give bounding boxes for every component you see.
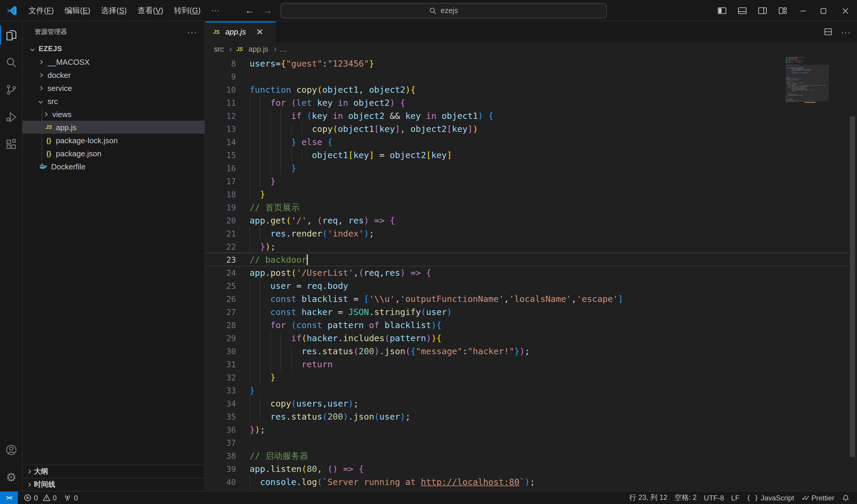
sidebar-section-时间线[interactable]: 时间线 <box>22 478 204 491</box>
code-line-37[interactable]: 37 <box>206 436 857 449</box>
run-debug-icon[interactable] <box>0 103 22 131</box>
code-line-8[interactable]: 8users={"guest":"123456"} <box>206 57 857 70</box>
code-line-26[interactable]: 26 const blacklist = ['\\u','outputFunct… <box>206 292 857 305</box>
code-line-31[interactable]: 31 return <box>206 357 857 371</box>
remote-indicator[interactable]: >< <box>0 491 18 504</box>
tab-close-icon[interactable]: ✕ <box>256 27 263 37</box>
explorer-icon[interactable] <box>0 21 22 49</box>
line-number: 13 <box>206 122 236 135</box>
notifications-bell[interactable] <box>838 491 854 504</box>
minimize-button[interactable] <box>793 0 813 21</box>
code-line-21[interactable]: 21 res.render('index'); <box>206 227 857 240</box>
code-line-24[interactable]: 24app.post('/UserList',(req,res) => { <box>206 266 857 279</box>
code-line-17[interactable]: 17 } <box>206 174 857 187</box>
code-line-25[interactable]: 25 user = req.body <box>206 279 857 292</box>
breadcrumb-item[interactable]: src <box>214 46 224 54</box>
code-line-text: users={"guest":"123456"} <box>250 57 374 70</box>
toggle-sidebar-button[interactable] <box>712 0 732 21</box>
code-line-34[interactable]: 34 copy(users,user); <box>206 397 857 410</box>
navigate-back-icon[interactable]: ← <box>245 5 254 16</box>
tree-item-dockerfile[interactable]: Dockerfile <box>22 160 204 173</box>
indent-guide <box>250 410 250 423</box>
indent-guide <box>250 397 250 410</box>
code-line-32[interactable]: 32 } <box>206 371 857 384</box>
code-line-15[interactable]: 15 object1[key] = object2[key] <box>206 148 857 161</box>
toggle-panel-button[interactable] <box>732 0 752 21</box>
code-line-27[interactable]: 27 const hacker = JSON.stringify(user) <box>206 305 857 318</box>
indent-guide <box>250 187 250 201</box>
minimap-viewport[interactable] <box>786 65 829 102</box>
split-editor-icon[interactable] <box>824 27 833 36</box>
code-line-23[interactable]: 23// backdoor <box>206 253 857 266</box>
tree-root-ezejs[interactable]: EZEJS <box>22 42 204 55</box>
tree-item-package-lock-json[interactable]: {}package-lock.json <box>22 134 204 147</box>
code-line-20[interactable]: 20app.get('/', (req, res) => { <box>206 214 857 227</box>
tree-item-docker[interactable]: docker <box>22 68 204 81</box>
sidebar-section-大纲[interactable]: 大纲 <box>22 465 204 478</box>
accounts-icon[interactable] <box>0 436 22 464</box>
language-mode-status[interactable]: { } JavaScript <box>743 491 798 504</box>
tree-item-src[interactable]: src <box>22 95 204 107</box>
code-line-12[interactable]: 12 if (key in object2 && key in object1)… <box>206 109 857 122</box>
navigate-forward-icon[interactable]: → <box>263 5 272 16</box>
cursor-position-status[interactable]: 行 23, 列 12 <box>626 491 671 504</box>
code-line-35[interactable]: 35 res.status(200).json(user); <box>206 410 857 423</box>
eol-status[interactable]: LF <box>728 491 743 504</box>
menu-item[interactable]: 文件(F) <box>23 3 59 18</box>
code-line-36[interactable]: 36}); <box>206 423 857 436</box>
menu-item[interactable]: 选择(S) <box>96 3 132 18</box>
code-line-16[interactable]: 16 } <box>206 161 857 174</box>
code-line-text: if(hacker.includes(pattern)){ <box>250 331 441 345</box>
tree-item--macosx[interactable]: __MACOSX <box>22 55 204 68</box>
extensions-icon[interactable] <box>0 131 22 158</box>
tree-item-app-js[interactable]: JSapp.js <box>22 121 204 134</box>
code-line-10[interactable]: 10function copy(object1, object2){ <box>206 83 857 96</box>
search-sidebar-icon[interactable] <box>0 49 22 76</box>
formatter-status[interactable]: ✓✓ Prettier <box>797 491 838 504</box>
indent-guide <box>260 410 261 423</box>
code-line-19[interactable]: 19// 首页展示 <box>206 201 857 214</box>
code-line-40[interactable]: 40 console.log(`Server running at http:/… <box>206 475 857 488</box>
menu-bar: 文件(F)编辑(E)选择(S)查看(V)转到(G)··· <box>23 0 224 21</box>
breadcrumb-item[interactable]: … <box>279 46 287 54</box>
breadcrumb-item[interactable]: app.js <box>248 46 268 54</box>
tree-item-package-json[interactable]: {}package.json <box>22 147 204 160</box>
search-input[interactable]: ezejs <box>281 3 607 18</box>
tree-item-service[interactable]: service <box>22 81 204 95</box>
ports-status[interactable]: 0 <box>60 491 81 504</box>
problems-status[interactable]: 0 0 <box>20 491 60 504</box>
menu-item[interactable]: 查看(V) <box>132 3 169 18</box>
menu-item[interactable]: 转到(G) <box>168 3 206 18</box>
code-line-18[interactable]: 18 } <box>206 187 857 201</box>
maximize-button[interactable] <box>813 0 833 21</box>
code-line-11[interactable]: 11 for (let key in object2) { <box>206 96 857 109</box>
code-line-13[interactable]: 13 copy(object1[key], object2[key]) <box>206 122 857 135</box>
code-line-9[interactable]: 9 <box>206 70 857 83</box>
code-line-29[interactable]: 29 if(hacker.includes(pattern)){ <box>206 331 857 345</box>
code-line-33[interactable]: 33} <box>206 384 857 397</box>
code-line-30[interactable]: 30 res.status(200).json({"message":"hack… <box>206 345 857 357</box>
js-file-icon: JS <box>212 29 221 35</box>
tab-appjs[interactable]: JS app.js ✕ <box>206 21 276 42</box>
vertical-scrollbar[interactable] <box>850 117 855 457</box>
close-button[interactable] <box>833 0 857 21</box>
code-line-14[interactable]: 14 } else { <box>206 135 857 148</box>
indentation-status[interactable]: 空格: 2 <box>671 491 701 504</box>
toggle-secondary-sidebar-button[interactable] <box>752 0 773 21</box>
code-line-28[interactable]: 28 for (const pattern of blacklist){ <box>206 318 857 331</box>
encoding-status[interactable]: UTF-8 <box>701 491 728 504</box>
explorer-more-actions-icon[interactable]: ··· <box>187 27 197 36</box>
tree-item-views[interactable]: views <box>22 107 204 121</box>
settings-gear-icon[interactable]: ⚙ <box>0 464 22 491</box>
customize-layout-button[interactable] <box>773 0 793 21</box>
ports-count: 0 <box>74 493 78 502</box>
code-line-38[interactable]: 38// 启动服务器 <box>206 449 857 462</box>
indent-guide <box>250 305 250 318</box>
code-line-39[interactable]: 39app.listen(80, () => { <box>206 462 857 475</box>
menu-item[interactable]: ··· <box>206 3 224 18</box>
code-line-22[interactable]: 22 }); <box>206 240 857 253</box>
editor-more-actions-icon[interactable]: ··· <box>841 27 851 36</box>
code-editor[interactable]: 8users={"guest":"123456"}910function cop… <box>206 57 857 491</box>
source-control-icon[interactable] <box>0 76 22 103</box>
menu-item[interactable]: 编辑(E) <box>59 3 96 18</box>
